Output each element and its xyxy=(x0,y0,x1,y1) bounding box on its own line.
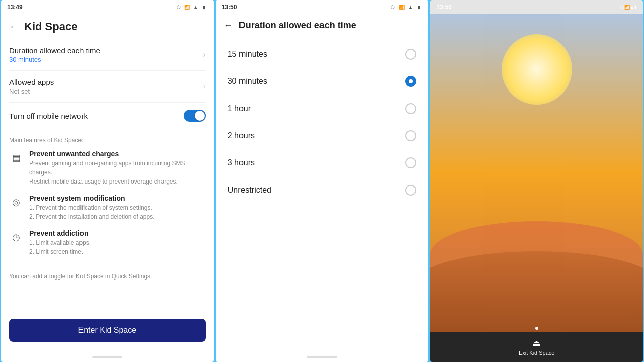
enter-btn-container: Enter Kid Space xyxy=(1,313,214,352)
system-title: Prevent system modification xyxy=(29,194,155,202)
charges-icon: ▤ xyxy=(9,151,23,165)
panel1-page-title: Kid Space xyxy=(24,20,77,33)
features-label: Main features of Kid Space: xyxy=(9,137,206,144)
radio-circle-1hr[interactable] xyxy=(405,103,416,114)
duration-label-3hr: 3 hours xyxy=(228,158,255,167)
nav-icon-2: ⬡ xyxy=(389,5,396,10)
duration-label-30min: 30 minutes xyxy=(228,77,267,86)
exit-icon: ⏏ xyxy=(532,338,541,349)
mobile-network-toggle-row: Turn off mobile network xyxy=(1,103,214,129)
mobile-network-label: Turn off mobile network xyxy=(9,112,88,120)
system-text: Prevent system modification 1. Prevent t… xyxy=(29,194,155,221)
panel3-kidspace-home: 13:50 ⬡📶▲▮ 🎮 BattlegroundsMobile India +… xyxy=(430,0,643,362)
radio-circle-2hr[interactable] xyxy=(405,130,416,141)
addiction-title: Prevent addiction xyxy=(29,229,91,237)
dot-1 xyxy=(535,327,538,330)
bottom-indicator-2 xyxy=(307,356,337,358)
duration-label-15min: 15 minutes xyxy=(228,50,267,59)
quick-settings-note: You can add a toggle for Kid Space in Qu… xyxy=(1,268,214,284)
duration-setting-title: Duration allowed each time xyxy=(9,46,100,55)
mobile-network-toggle[interactable] xyxy=(184,110,206,122)
desert-wallpaper xyxy=(430,14,643,332)
battery-icon-3: ⬡📶▲▮ xyxy=(620,5,637,10)
status-icons-3: ⬡📶▲▮ xyxy=(620,5,637,10)
status-time-2: 13:50 xyxy=(222,4,237,11)
duration-option-3hr[interactable]: 3 hours xyxy=(216,149,429,176)
feature-addiction: ◷ Prevent addiction 1. Limit available a… xyxy=(9,229,206,256)
allowed-apps-item[interactable]: Allowed apps Not set › xyxy=(9,71,206,103)
status-time-3: 13:50 xyxy=(436,4,452,11)
duration-setting-subtitle: 30 minutes xyxy=(9,56,100,63)
exit-kidspace-area[interactable]: ⏏ Exit Kid Space xyxy=(430,332,643,362)
battery-icon-2: ▮ xyxy=(415,5,422,10)
enter-kidspace-button[interactable]: Enter Kid Space xyxy=(9,319,206,342)
page-indicator xyxy=(535,327,538,330)
features-section: Main features of Kid Space: ▤ Prevent un… xyxy=(1,129,214,268)
radio-circle-30min[interactable] xyxy=(405,76,416,87)
duration-setting-item[interactable]: Duration allowed each time 30 minutes › xyxy=(9,39,206,71)
panel2-duration: 13:50 ⬡ 📶 ▲ ▮ ← Duration allowed each ti… xyxy=(216,0,429,362)
duration-options-list: 15 minutes 30 minutes 1 hour 2 hours 3 h… xyxy=(216,37,429,208)
status-icons-1: ⬡ 📶 ▲ ▮ xyxy=(175,5,208,10)
toggle-knob xyxy=(195,111,205,121)
status-bar-1: 13:49 ⬡ 📶 ▲ ▮ xyxy=(1,0,214,14)
allowed-apps-subtitle: Not set xyxy=(9,87,54,95)
settings-list: Duration allowed each time 30 minutes › … xyxy=(1,39,214,103)
duration-option-unrestricted[interactable]: Unrestricted xyxy=(216,176,429,204)
allowed-apps-title: Allowed apps xyxy=(9,78,54,86)
back-button-2[interactable]: ← xyxy=(224,20,233,31)
duration-label-2hr: 2 hours xyxy=(228,131,255,140)
radio-circle-3hr[interactable] xyxy=(405,157,416,168)
dune-secondary xyxy=(430,251,643,332)
panel1-kidspace: 13:49 ⬡ 📶 ▲ ▮ ← Kid Space Duration allow… xyxy=(1,0,214,362)
addiction-desc: 1. Limit available apps.2. Limit screen … xyxy=(29,238,91,256)
duration-setting-text: Duration allowed each time 30 minutes xyxy=(9,46,100,63)
allowed-apps-text: Allowed apps Not set xyxy=(9,78,54,95)
radio-circle-15min[interactable] xyxy=(405,49,416,60)
charges-desc: Prevent gaming and non-gaming apps from … xyxy=(29,159,206,186)
status-bar-2: 13:50 ⬡ 📶 ▲ ▮ xyxy=(216,0,429,14)
duration-chevron-icon: › xyxy=(203,50,205,59)
duration-option-30min[interactable]: 30 minutes xyxy=(216,68,429,95)
panel2-header: ← Duration allowed each time xyxy=(216,14,429,37)
signal-icon: 📶 xyxy=(184,5,191,10)
addiction-text: Prevent addiction 1. Limit available app… xyxy=(29,229,91,256)
signal-icon-2: 📶 xyxy=(398,5,405,10)
panel2-page-title: Duration allowed each time xyxy=(239,20,356,31)
duration-option-2hr[interactable]: 2 hours xyxy=(216,122,429,149)
addiction-icon: ◷ xyxy=(9,230,23,244)
feature-charges: ▤ Prevent unwanted charges Prevent gamin… xyxy=(9,150,206,186)
system-icon: ◎ xyxy=(9,195,23,209)
system-desc: 1. Prevent the modification of system se… xyxy=(29,203,155,221)
battery-icon: ▮ xyxy=(201,5,208,10)
bottom-indicator-1 xyxy=(92,356,122,358)
radio-circle-unrestricted[interactable] xyxy=(405,185,416,196)
duration-label-unrestricted: Unrestricted xyxy=(228,186,271,195)
panel1-header: ← Kid Space xyxy=(1,14,214,39)
charges-title: Prevent unwanted charges xyxy=(29,150,206,158)
feature-system: ◎ Prevent system modification 1. Prevent… xyxy=(9,194,206,221)
duration-option-15min[interactable]: 15 minutes xyxy=(216,41,429,68)
exit-label: Exit Kid Space xyxy=(519,350,555,356)
status-icons-2: ⬡ 📶 ▲ ▮ xyxy=(389,5,422,10)
nav-icon: ⬡ xyxy=(175,5,182,10)
charges-text: Prevent unwanted charges Prevent gaming … xyxy=(29,150,206,186)
duration-option-1hr[interactable]: 1 hour xyxy=(216,95,429,122)
wifi-icon: ▲ xyxy=(192,5,199,10)
status-time-1: 13:49 xyxy=(7,4,23,11)
allowed-apps-chevron-icon: › xyxy=(203,82,205,91)
wifi-icon-2: ▲ xyxy=(407,5,414,10)
status-bar-3: 13:50 ⬡📶▲▮ xyxy=(430,0,643,14)
back-button-1[interactable]: ← xyxy=(9,22,18,32)
duration-label-1hr: 1 hour xyxy=(228,104,251,113)
sun xyxy=(502,34,572,105)
